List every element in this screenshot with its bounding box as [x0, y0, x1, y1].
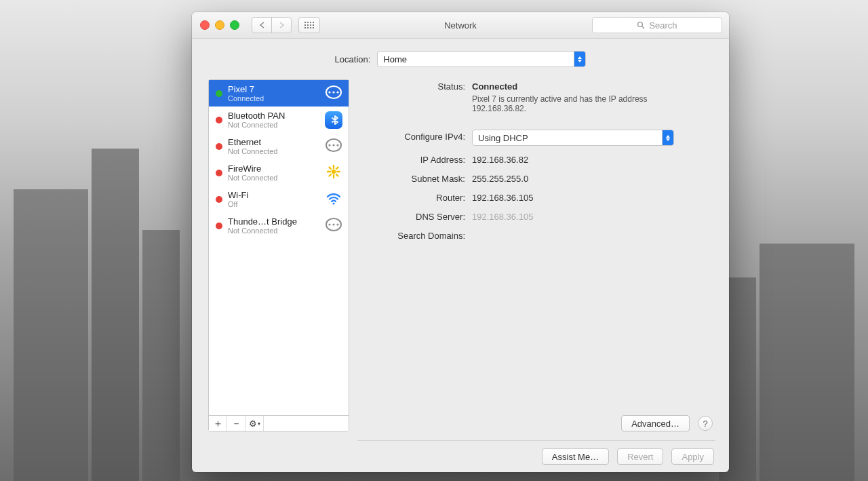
service-status: Off	[228, 200, 319, 208]
chevron-down-icon: ▾	[258, 421, 260, 427]
details-panel: Status: Connected Pixel 7 is currently a…	[360, 79, 713, 431]
dns-server-label: DNS Server:	[360, 210, 465, 222]
location-value: Home	[378, 54, 574, 64]
location-label: Location:	[335, 54, 371, 64]
svg-line-1	[642, 26, 644, 28]
status-dot-icon	[216, 143, 222, 150]
advanced-button[interactable]: Advanced…	[621, 415, 690, 431]
subnet-mask-value: 255.255.255.0	[472, 172, 713, 184]
service-status: Not Connected	[228, 227, 319, 235]
configure-ipv4-label: Configure IPv4:	[360, 130, 465, 142]
status-dot-icon	[216, 223, 222, 229]
titlebar: Network Search	[192, 12, 729, 39]
sidebar-action-bar: ＋ － ⚙︎▾	[209, 415, 349, 431]
ethernet-icon	[325, 85, 342, 102]
configure-ipv4-value: Using DHCP	[473, 133, 662, 143]
zoom-window-button[interactable]	[230, 20, 239, 30]
status-dot-icon	[216, 196, 222, 203]
status-dot-icon	[216, 90, 222, 97]
chevron-left-icon	[259, 22, 265, 28]
dns-server-value: 192.168.36.105	[472, 210, 713, 222]
status-value: Connected	[472, 81, 517, 92]
forward-button[interactable]	[271, 17, 292, 33]
bluetooth-icon	[325, 111, 342, 129]
ethernet-icon	[325, 138, 342, 155]
service-row[interactable]: Pixel 7Connected	[209, 80, 349, 107]
window-footer: Assist Me… Revert Apply	[192, 441, 729, 472]
search-field[interactable]: Search	[592, 17, 722, 33]
search-domains-label: Search Domains:	[360, 229, 465, 241]
search-domains-value	[472, 229, 713, 231]
assist-me-button[interactable]: Assist Me…	[542, 448, 609, 465]
subnet-mask-label: Subnet Mask:	[360, 172, 465, 184]
configure-ipv4-popup[interactable]: Using DHCP	[472, 130, 674, 146]
back-button[interactable]	[252, 17, 272, 33]
service-actions-menu[interactable]: ⚙︎▾	[245, 416, 264, 431]
service-name: Thunde…t Bridge	[228, 216, 319, 227]
service-row[interactable]: EthernetNot Connected	[209, 133, 349, 159]
add-service-button[interactable]: ＋	[209, 416, 227, 431]
ethernet-icon	[325, 217, 342, 234]
service-name: Bluetooth PAN	[228, 111, 319, 121]
service-status: Connected	[228, 94, 319, 102]
location-popup[interactable]: Home	[377, 51, 586, 67]
service-sidebar: Pixel 7ConnectedBluetooth PANNot Connect…	[208, 79, 349, 431]
revert-button[interactable]: Revert	[617, 448, 663, 465]
service-name: Ethernet	[228, 137, 319, 147]
wifi-icon	[325, 190, 342, 208]
service-row[interactable]: FireWireNot Connected	[209, 159, 349, 186]
nav-back-forward	[252, 17, 292, 33]
service-name: FireWire	[228, 163, 319, 174]
popup-arrows-icon	[574, 52, 585, 66]
popup-arrows-icon	[662, 130, 673, 145]
help-icon: ?	[703, 419, 707, 429]
help-button[interactable]: ?	[698, 416, 713, 431]
router-value: 192.168.36.105	[472, 191, 713, 203]
search-placeholder: Search	[649, 20, 677, 31]
service-name: Pixel 7	[228, 84, 319, 94]
service-status: Not Connected	[228, 174, 319, 182]
close-window-button[interactable]	[200, 20, 210, 30]
remove-service-button[interactable]: －	[227, 416, 245, 431]
service-name: Wi-Fi	[228, 190, 319, 200]
status-dot-icon	[216, 117, 222, 123]
gear-icon: ⚙︎	[249, 419, 257, 429]
network-preferences-window: Network Search Location: Home Pixel 7Con…	[192, 12, 729, 472]
ip-address-value: 192.168.36.82	[472, 153, 713, 165]
location-row: Location: Home	[208, 51, 713, 67]
apply-button[interactable]: Apply	[671, 448, 714, 465]
router-label: Router:	[360, 191, 465, 203]
service-list[interactable]: Pixel 7ConnectedBluetooth PANNot Connect…	[209, 80, 349, 415]
service-row[interactable]: Wi-FiOff	[209, 186, 349, 212]
service-status: Not Connected	[228, 147, 319, 155]
firewire-icon	[326, 163, 342, 182]
show-all-button[interactable]	[298, 17, 320, 33]
service-status: Not Connected	[228, 121, 319, 129]
status-message: Pixel 7 is currently active and has the …	[472, 94, 669, 113]
ip-address-label: IP Address:	[360, 153, 465, 165]
traffic-lights	[200, 20, 239, 30]
service-row[interactable]: Bluetooth PANNot Connected	[209, 107, 349, 133]
grid-icon	[304, 22, 314, 28]
minimize-window-button[interactable]	[215, 20, 224, 30]
status-label: Status:	[360, 79, 465, 92]
search-icon	[637, 21, 645, 29]
service-row[interactable]: Thunde…t BridgeNot Connected	[209, 212, 349, 239]
chevron-right-icon	[279, 22, 285, 28]
svg-point-0	[638, 22, 643, 27]
status-dot-icon	[216, 170, 222, 176]
